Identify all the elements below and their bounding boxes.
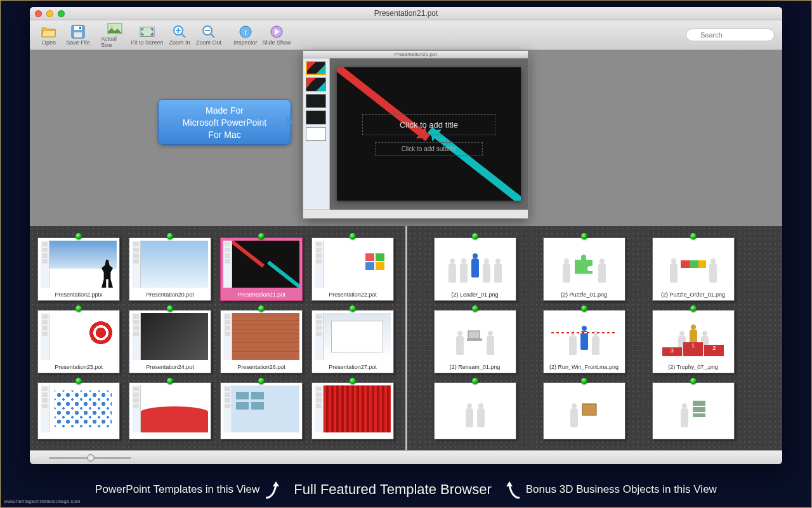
template-label: Presentation27.pot [312, 363, 393, 373]
open-button[interactable]: Open [35, 22, 63, 48]
powerpoint-window: Presentation21.pot Click to add title Cl… [303, 50, 528, 218]
templates-pane[interactable]: Presentation2.pptxPresentation20.potPres… [30, 226, 405, 464]
close-icon[interactable] [35, 10, 42, 17]
template-label [38, 435, 119, 439]
svg-rect-15 [698, 260, 706, 268]
save-button[interactable]: Save File [64, 22, 92, 48]
footer-left: PowerPoint Templates in this View [95, 483, 259, 496]
arrow-up-icon [263, 479, 285, 500]
svg-rect-18 [582, 404, 596, 415]
zoom-icon[interactable] [58, 10, 65, 17]
inspector-button[interactable]: i Inspector [232, 22, 259, 48]
template-browser: Presentation2.pptxPresentation20.potPres… [30, 226, 782, 464]
object-card[interactable] [434, 382, 516, 439]
ppt-mini-titlebar: Presentation21.pot [303, 51, 528, 58]
object-card[interactable] [543, 382, 625, 439]
promo-callout: Made For Microsoft PowerPoint For Mac [158, 99, 291, 145]
svg-rect-3 [79, 27, 81, 29]
objects-pane[interactable]: (2) Leader_01.png(2) Puzzle_01.png(2) Pu… [405, 226, 783, 464]
template-card[interactable] [37, 382, 120, 439]
svg-point-5 [110, 25, 113, 28]
actual-size-button[interactable]: Actual Size [101, 22, 129, 48]
slider-knob[interactable] [87, 454, 95, 462]
template-label: Presentation22.pot [312, 290, 393, 300]
footer-center: Full Featured Template Browser [289, 481, 496, 498]
window-controls [35, 10, 65, 17]
folder-open-icon [41, 24, 56, 39]
template-label [312, 435, 393, 439]
slide-editor[interactable]: Click to add title Click to add subtitle [330, 58, 528, 210]
preview-canvas: Made For Microsoft PowerPoint For Mac Pr… [30, 50, 782, 226]
template-label [129, 435, 211, 439]
template-card[interactable] [129, 382, 211, 439]
object-label [544, 435, 625, 439]
image-icon [107, 22, 122, 36]
template-card[interactable] [220, 382, 303, 439]
zoom-in-button[interactable]: Zoom In [166, 22, 193, 48]
app-window: Presentation21.pot Open Save File Actual… [30, 7, 782, 464]
object-label: (2) Puzzle_01.png [544, 290, 625, 300]
svg-rect-16 [468, 331, 480, 338]
object-card[interactable]: (2) Puzzle_Order_01.png [652, 237, 735, 301]
object-label: (2) Run_Win_Front.ma.png [544, 363, 625, 373]
template-label [221, 435, 302, 439]
template-card[interactable]: Presentation2.pptx [37, 237, 120, 301]
slideshow-button[interactable]: Slide Show [261, 22, 292, 48]
template-label: Presentation26.pot [221, 363, 302, 373]
template-label: Presentation20.pot [129, 290, 211, 300]
minimize-icon[interactable] [46, 10, 53, 17]
object-label: (2) Rensam_01.png [435, 363, 516, 373]
marketing-footer: PowerPoint Templates in this View Full F… [0, 471, 812, 508]
zoom-slider[interactable] [30, 450, 782, 464]
template-label: Presentation2.pptx [38, 290, 119, 300]
object-card[interactable]: (2) Leader_01.png [434, 237, 516, 301]
svg-rect-13 [681, 260, 690, 268]
object-card[interactable]: (2) Run_Win_Front.ma.png [543, 310, 625, 373]
template-card[interactable]: Presentation26.pot [220, 310, 303, 373]
object-card[interactable]: (2) Puzzle_01.png [543, 237, 625, 301]
title-placeholder[interactable]: Click to add title [362, 114, 495, 135]
svg-rect-17 [467, 338, 482, 341]
footer-right: Bonus 3D Business Objects in this View [526, 483, 717, 496]
template-card[interactable]: Presentation24.pot [129, 310, 211, 373]
svg-text:i: i [244, 27, 247, 37]
svg-rect-20 [693, 407, 705, 412]
zoom-out-button[interactable]: Zoom Out [195, 22, 223, 48]
object-label: (2) Puzzle_Order_01.png [653, 290, 734, 300]
titlebar: Presentation21.pot [30, 7, 782, 20]
svg-rect-19 [693, 401, 705, 406]
fit-screen-icon [140, 24, 155, 39]
object-label: (2) Leader_01.png [435, 290, 516, 300]
object-card[interactable] [652, 382, 735, 439]
object-label: (2) Trophy_07_.png [653, 363, 734, 373]
info-icon: i [238, 24, 253, 39]
template-card[interactable]: Presentation27.pot [311, 310, 394, 373]
svg-rect-21 [693, 413, 705, 417]
subtitle-placeholder[interactable]: Click to add subtitle [375, 142, 483, 156]
svg-rect-14 [690, 260, 698, 268]
toolbar: Open Save File Actual Size Fit to Screen… [30, 20, 782, 50]
object-card[interactable]: 312(2) Trophy_07_.png [652, 310, 735, 373]
template-card[interactable]: Presentation23.pot [37, 310, 120, 373]
template-label: Presentation21.pot [221, 290, 302, 300]
template-card[interactable]: Presentation21.pot [220, 237, 303, 301]
slide-thumbnails[interactable] [303, 58, 330, 210]
template-card[interactable] [311, 382, 394, 439]
object-label [653, 435, 734, 439]
object-card[interactable]: (2) Rensam_01.png [434, 310, 516, 373]
arrow-up-icon [501, 479, 522, 500]
template-card[interactable]: Presentation22.pot [311, 237, 394, 301]
template-card[interactable]: Presentation20.pot [129, 237, 211, 301]
window-title: Presentation21.pot [374, 9, 438, 18]
object-label [435, 435, 516, 439]
play-icon [269, 24, 284, 39]
template-label: Presentation23.pot [38, 363, 119, 373]
zoom-out-icon [201, 24, 216, 39]
template-label: Presentation24.pot [129, 363, 211, 373]
fit-screen-button[interactable]: Fit to Screen [130, 22, 164, 48]
zoom-in-icon [172, 24, 187, 39]
svg-rect-2 [74, 32, 82, 37]
watermark: www.heritagechristiancollege.com [4, 498, 81, 504]
floppy-icon [70, 24, 86, 39]
search-input[interactable] [686, 29, 775, 41]
